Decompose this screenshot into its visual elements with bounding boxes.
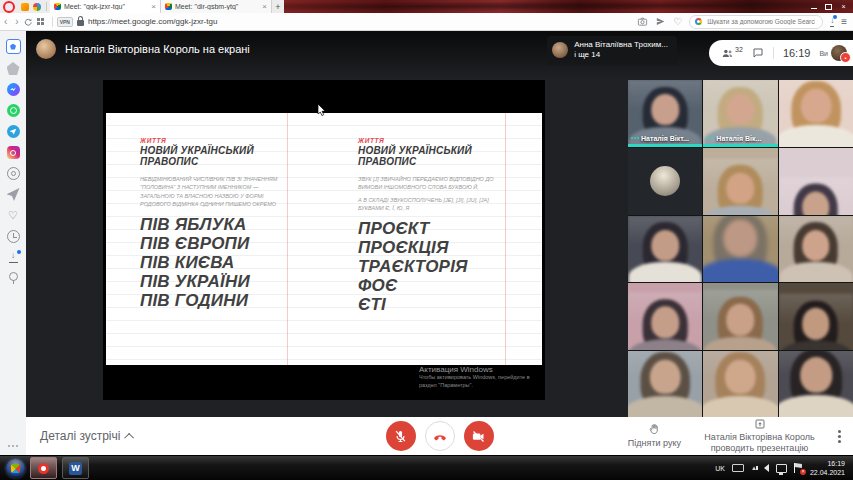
search-input[interactable] — [705, 17, 817, 26]
video-tile[interactable] — [779, 283, 853, 350]
google-logo-icon — [695, 18, 702, 25]
volume-icon[interactable] — [764, 464, 769, 472]
start-page-icon[interactable] — [6, 39, 21, 54]
network-icon[interactable] — [776, 464, 787, 473]
mute-mic-button[interactable] — [386, 421, 416, 451]
minimize-button[interactable] — [806, 1, 821, 12]
participant-name: Анна Віталіївна Трохим... — [574, 40, 668, 50]
tab-close-icon[interactable]: × — [262, 3, 267, 11]
participant-video — [779, 216, 853, 283]
telegram-icon[interactable] — [7, 125, 20, 138]
pinboards-icon[interactable] — [9, 272, 18, 281]
slide-column-right: ЖИТТЯ НОВИЙ УКРАЇНСЬКИЙ ПРАВОПИС ЗВУК [J… — [324, 113, 542, 365]
raise-hand-button[interactable]: Підняти руку — [628, 423, 681, 449]
history-clock-icon[interactable] — [7, 230, 20, 243]
video-tile[interactable] — [628, 351, 702, 418]
video-tile[interactable] — [779, 80, 853, 147]
meet-app: Наталія Вікторівна Король на екрані Анна… — [26, 30, 853, 455]
tile-menu-icon[interactable] — [706, 137, 708, 139]
instagram-icon[interactable] — [7, 146, 20, 159]
taskbar-word-button[interactable]: W — [62, 457, 89, 479]
video-tile[interactable]: Наталія Вік... — [703, 80, 777, 147]
messenger-icon[interactable] — [7, 83, 20, 96]
people-button[interactable]: 32 — [721, 47, 743, 60]
lock-icon[interactable] — [77, 20, 84, 26]
opera-news-icon[interactable] — [7, 62, 20, 75]
divider — [46, 2, 47, 11]
video-tile[interactable] — [703, 148, 777, 215]
camera-off-button[interactable] — [464, 421, 494, 451]
window-titlebar: × — [284, 0, 853, 13]
address-bar: ‹ › VPN https://meet.google.com/ggk-jzxr… — [0, 13, 853, 31]
tab-meet-2[interactable]: Meet: "dir-gsbm-ytq" × — [161, 0, 272, 13]
maximize-button[interactable] — [821, 1, 836, 12]
slide-word: ПІВ УКРАЇНИ — [140, 272, 306, 291]
tile-name-text: Наталія Вік... — [716, 135, 761, 142]
video-tile[interactable]: Наталія Вікт... — [628, 80, 702, 147]
reload-icon[interactable] — [23, 17, 33, 27]
downloads-icon[interactable]: ↓ — [830, 17, 834, 27]
video-tile[interactable] — [628, 216, 702, 283]
back-icon[interactable]: ‹ — [0, 17, 11, 27]
meeting-details-toggle[interactable]: Деталі зустрічі — [40, 429, 134, 443]
bookmarks-heart-icon[interactable]: ♡ — [7, 209, 20, 222]
participant-video — [628, 216, 702, 283]
address-bar-actions: ♡ ↓ ≡ — [637, 15, 853, 29]
opera-logo-icon[interactable] — [3, 1, 15, 13]
browser-menu-icon[interactable]: ≡ — [841, 16, 847, 27]
slide-tag: ЖИТТЯ — [140, 137, 306, 144]
video-tile[interactable] — [779, 216, 853, 283]
share-send-icon[interactable] — [655, 16, 666, 27]
call-controls — [386, 421, 494, 451]
tray-clock[interactable]: 16:19 22.04.2021 — [810, 459, 848, 478]
whatsapp-icon[interactable] — [7, 104, 20, 117]
tab-meet-1[interactable]: Meet: "ggk-jzxr-tgu" × — [50, 0, 161, 13]
raise-hand-label: Підняти руку — [628, 438, 681, 449]
forward-icon[interactable]: › — [11, 17, 22, 27]
url-field[interactable]: https://meet.google.com/ggk-jzxr-tgu — [88, 17, 217, 26]
alert-badge: × — [800, 469, 806, 475]
new-tab-button[interactable]: + — [272, 0, 284, 13]
google-search-box[interactable] — [689, 15, 823, 29]
participant-video — [703, 216, 777, 283]
self-account[interactable]: Ви • — [819, 45, 847, 61]
chevron-up-icon — [125, 432, 135, 442]
video-tile[interactable] — [779, 148, 853, 215]
slide-title: НОВИЙ УКРАЇНСЬКИЙ ПРАВОПИС — [140, 145, 306, 167]
my-flow-icon[interactable] — [7, 188, 20, 201]
watermark-title: Активация Windows — [419, 365, 537, 374]
bookmark-heart-icon[interactable]: ♡ — [673, 17, 682, 27]
snapshot-camera-icon[interactable] — [637, 16, 648, 27]
action-center-flag-icon[interactable]: × — [794, 463, 803, 473]
close-window-button[interactable]: × — [836, 1, 851, 12]
presenting-status[interactable]: Наталія Вікторівна Король проводить през… — [697, 418, 822, 455]
tab-close-icon[interactable]: × — [151, 3, 156, 11]
account-icon[interactable] — [33, 3, 41, 11]
video-tile[interactable] — [703, 216, 777, 283]
video-tile[interactable] — [703, 351, 777, 418]
tile-menu-icon[interactable] — [631, 137, 633, 139]
meeting-clock: 16:19 — [783, 47, 811, 59]
video-tile[interactable] — [628, 283, 702, 350]
pinned-extension-icon[interactable] — [21, 3, 29, 11]
raise-hand-icon — [648, 423, 661, 436]
language-indicator[interactable]: UK — [715, 465, 725, 472]
opera-icon — [38, 463, 49, 474]
hang-up-button[interactable] — [425, 421, 455, 451]
sidebar-overflow-icon[interactable] — [8, 445, 10, 447]
video-tile[interactable] — [628, 148, 702, 215]
participant-video — [779, 177, 853, 214]
taskbar-opera-button[interactable] — [30, 457, 57, 479]
sidebar-downloads-icon[interactable]: ↓ — [9, 251, 18, 263]
keyboard-icon[interactable] — [732, 464, 744, 472]
start-button[interactable] — [6, 459, 25, 478]
word-icon: W — [69, 462, 82, 475]
video-tile[interactable] — [703, 283, 777, 350]
video-tile[interactable] — [779, 351, 853, 418]
chat-icon[interactable] — [752, 47, 764, 59]
vpn-badge[interactable]: VPN — [57, 17, 73, 27]
participants-chip[interactable]: Анна Віталіївна Трохим... і ще 14 — [547, 36, 677, 65]
more-options-icon[interactable] — [838, 430, 841, 433]
player-icon[interactable] — [7, 167, 20, 180]
speed-dial-icon[interactable] — [37, 18, 44, 25]
